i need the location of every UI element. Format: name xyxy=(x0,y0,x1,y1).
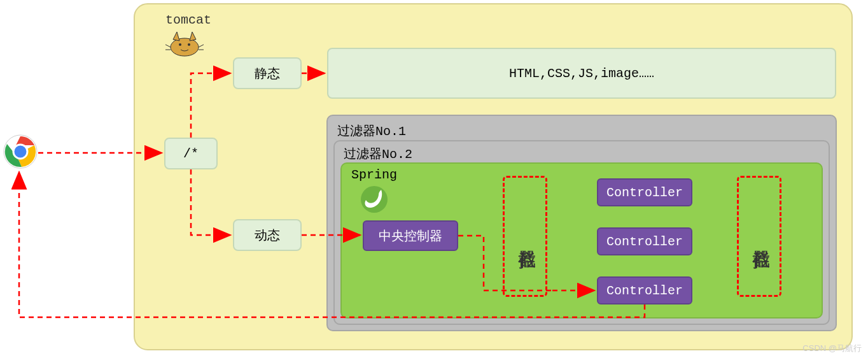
controller-2: Controller xyxy=(597,227,692,255)
svg-point-6 xyxy=(361,186,388,213)
chrome-browser-icon xyxy=(3,134,38,173)
watermark: CSDN @马航行 xyxy=(802,343,862,354)
filter-2-label: 过滤器No.2 xyxy=(344,145,412,162)
filter-1-label: 过滤器No.1 xyxy=(337,122,406,140)
central-controller: 中央控制器 xyxy=(363,220,458,251)
controller-3: Controller xyxy=(597,276,692,304)
static-node: 静态 xyxy=(233,57,302,89)
controller-1: Controller xyxy=(597,178,692,206)
interceptor-2: 拦截器 xyxy=(737,176,781,297)
interceptor-1: 拦截器 xyxy=(503,176,547,297)
tomcat-logo-icon xyxy=(165,31,204,62)
static-content-box: HTML,CSS,JS,image…… xyxy=(327,48,836,99)
spring-label: Spring xyxy=(351,168,397,182)
svg-point-7 xyxy=(367,204,370,206)
tomcat-label: tomcat xyxy=(165,13,211,27)
wildcard-node: /* xyxy=(164,138,218,169)
svg-point-1 xyxy=(179,43,181,46)
dynamic-node: 动态 xyxy=(233,219,302,251)
svg-point-2 xyxy=(188,43,190,46)
spring-logo-icon xyxy=(360,185,389,217)
svg-point-0 xyxy=(171,38,199,56)
